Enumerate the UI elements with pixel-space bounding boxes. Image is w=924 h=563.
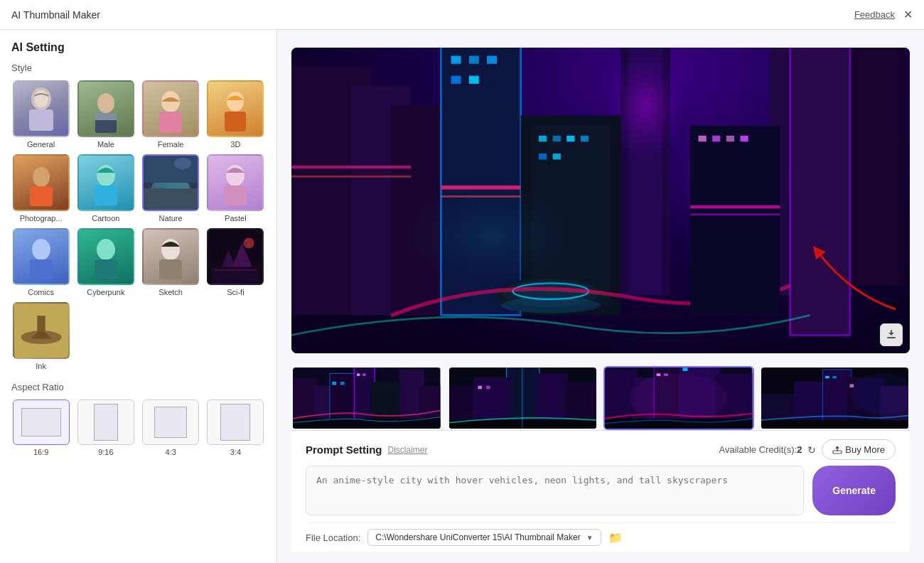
style-thumb-pastel: [207, 154, 264, 211]
style-thumb-cartoon: [77, 154, 134, 211]
style-item-photography[interactable]: Photograp...: [11, 154, 70, 222]
style-label-cartoon: Cartoon: [92, 214, 119, 222]
svg-rect-5: [95, 113, 117, 120]
main-content: Prompt Setting Disclaimer Available Cred…: [277, 30, 924, 563]
svg-rect-70: [451, 55, 461, 63]
thumbnail-item-4[interactable]: [760, 366, 910, 430]
style-item-3d[interactable]: 3D: [206, 80, 265, 149]
svg-rect-106: [887, 337, 896, 338]
svg-rect-73: [451, 75, 461, 83]
svg-rect-99: [690, 125, 780, 315]
style-item-ink[interactable]: Ink: [11, 302, 70, 370]
svg-rect-143: [664, 373, 668, 375]
svg-rect-120: [340, 382, 345, 385]
style-section-title: Style: [11, 63, 265, 73]
svg-rect-155: [849, 384, 854, 387]
style-thumb-male: [77, 80, 134, 137]
main-image: [291, 48, 910, 353]
aspect-shape-4-3: [154, 407, 187, 438]
close-button[interactable]: ✕: [903, 8, 913, 21]
generate-button[interactable]: Generate: [812, 466, 896, 515]
style-item-pastel[interactable]: Pastel: [206, 154, 265, 222]
style-item-nature[interactable]: Nature: [141, 154, 200, 222]
svg-rect-28: [159, 259, 182, 279]
style-item-male[interactable]: Male: [76, 80, 135, 149]
svg-rect-78: [291, 175, 411, 177]
aspect-item-9-16[interactable]: 9:16: [76, 400, 135, 456]
folder-icon[interactable]: 📁: [608, 531, 623, 545]
thumbnail-item-1[interactable]: [291, 366, 442, 430]
svg-rect-83: [566, 135, 574, 141]
style-label-nature: Nature: [159, 214, 183, 222]
aspect-item-4-3[interactable]: 4:3: [141, 400, 200, 456]
style-item-general[interactable]: General: [11, 80, 70, 149]
title-bar-actions: Feedback ✕: [854, 8, 913, 21]
svg-point-2: [34, 90, 48, 107]
svg-rect-74: [469, 75, 479, 83]
thumbnail-item-3[interactable]: [603, 366, 754, 430]
disclaimer-link[interactable]: Disclaimer: [388, 445, 428, 455]
svg-rect-102: [726, 135, 734, 141]
prompt-input-row: Generate: [306, 466, 896, 515]
svg-rect-50: [790, 48, 850, 335]
feedback-link[interactable]: Feedback: [854, 9, 895, 20]
buy-more-button[interactable]: Buy More: [822, 439, 896, 460]
style-label-sketch: Sketch: [159, 288, 183, 296]
prompt-input[interactable]: [306, 466, 804, 515]
svg-rect-19: [144, 154, 199, 183]
style-item-sketch[interactable]: Sketch: [141, 228, 200, 296]
style-label-female: Female: [158, 140, 184, 149]
file-path-select[interactable]: C:\Wondershare UniConverter 15\AI Thumbn…: [367, 529, 601, 546]
svg-point-20: [174, 158, 191, 169]
style-thumb-photography: [13, 154, 70, 211]
style-item-cartoon[interactable]: Cartoon: [76, 154, 135, 222]
upload-icon: [832, 445, 842, 455]
style-item-cyberpunk[interactable]: Cyberpunk: [76, 228, 135, 296]
svg-marker-157: [835, 446, 839, 449]
refresh-icon[interactable]: ↻: [807, 444, 816, 456]
svg-point-91: [501, 297, 601, 313]
aspect-shape-16-9: [21, 408, 61, 436]
svg-rect-104: [690, 205, 780, 208]
svg-rect-30: [212, 267, 259, 284]
style-grid: General Male Female: [11, 80, 265, 370]
aspect-item-16-9[interactable]: 16:9: [11, 400, 70, 456]
buy-more-label: Buy More: [845, 444, 885, 455]
aspect-box-16-9: [13, 400, 70, 445]
svg-rect-13: [95, 186, 117, 205]
style-item-comics[interactable]: Comics: [11, 228, 70, 296]
svg-rect-77: [291, 165, 411, 168]
style-label-ink: Ink: [36, 362, 46, 370]
prompt-setting-title: Prompt Setting: [306, 444, 382, 456]
svg-rect-26: [95, 259, 117, 279]
svg-rect-86: [553, 154, 561, 159]
style-item-scifi[interactable]: Sci-fi: [206, 228, 265, 296]
svg-rect-153: [824, 376, 829, 378]
svg-rect-121: [357, 373, 360, 375]
sidebar: AI Setting Style General Male: [0, 30, 277, 563]
aspect-label-3-4: 3:4: [230, 448, 241, 456]
style-thumb-ink: [13, 302, 70, 359]
aspect-label-16-9: 16:9: [33, 448, 48, 456]
style-thumb-3d: [207, 80, 264, 137]
style-thumb-cyberpunk: [77, 228, 134, 285]
svg-point-25: [97, 239, 115, 260]
svg-rect-15: [144, 188, 199, 210]
svg-rect-108: [891, 330, 892, 335]
bottom-panel: Prompt Setting Disclaimer Available Cred…: [291, 430, 910, 552]
svg-rect-124: [506, 368, 539, 429]
aspect-shape-9-16: [94, 404, 118, 441]
style-thumb-sketch: [142, 228, 199, 285]
svg-point-3: [97, 93, 114, 113]
thumbnail-strip: [291, 366, 910, 430]
style-item-female[interactable]: Female: [141, 80, 200, 149]
aspect-box-9-16: [77, 400, 134, 445]
svg-point-23: [32, 239, 50, 260]
svg-rect-158: [837, 449, 839, 451]
svg-rect-24: [30, 259, 53, 279]
svg-rect-103: [740, 135, 748, 141]
aspect-item-3-4[interactable]: 3:4: [206, 400, 265, 456]
download-button[interactable]: [880, 323, 903, 346]
svg-point-33: [244, 237, 254, 248]
thumbnail-item-2[interactable]: [448, 366, 598, 430]
